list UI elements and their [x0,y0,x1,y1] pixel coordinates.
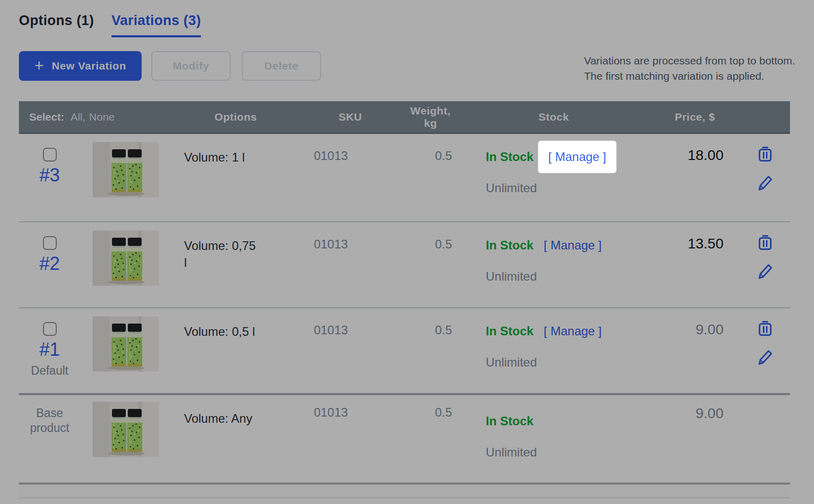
column-header-stock: Stock [456,111,636,123]
row-checkbox[interactable] [43,322,57,336]
row-checkbox[interactable] [43,236,57,250]
variation-price: 13.50 [636,222,728,307]
stock-quantity: Unlimited [486,269,636,284]
trash-icon[interactable] [757,234,773,251]
select-label: Select: [29,111,64,123]
select-all-link[interactable]: All [71,111,82,123]
plus-icon: + [34,57,44,74]
variation-sku: 01013 [287,134,374,221]
variation-weight: 0.5 [374,222,456,307]
trash-icon[interactable] [757,319,773,337]
manage-stock-link[interactable]: [ Manage ] [544,324,601,338]
stock-status: In Stock [486,324,533,338]
processing-note: Variations are processed from top to bot… [584,51,795,84]
stock-status: In Stock [486,150,533,164]
stock-quantity: Unlimited [486,445,636,460]
select-none-link[interactable]: None [89,111,115,123]
tab-variations[interactable]: Variations (3) [111,13,201,37]
select-separator: , [82,111,85,123]
column-header-options: Options [165,111,287,123]
variation-weight: 0.5 [374,134,456,221]
column-header-weight: Weight, kg [374,105,456,129]
variation-number-link[interactable]: #3 [39,166,60,185]
row-checkbox[interactable] [43,148,57,162]
variation-sku: 01013 [287,222,374,307]
variation-options: Volume: 1 l [184,149,261,166]
base-product-row: Base product Volume: Any 01013 0.5 In St… [19,393,790,483]
variation-weight: 0.5 [374,395,456,483]
processing-note-line1: Variations are processed from top to bot… [584,53,795,68]
trash-icon[interactable] [757,145,773,163]
variation-sku: 01013 [287,308,374,393]
stock-status: In Stock [486,238,533,253]
variation-row-3: #3 Volume: 1 l 01013 0.5 In Stock [ Mana… [19,134,790,221]
variation-row-2: #2 Volume: 0,75 l 01013 0.5 In Stock [ M… [19,221,790,307]
variation-weight: 0.5 [374,308,456,393]
pencil-icon[interactable] [757,349,773,366]
product-thumbnail[interactable] [93,142,159,197]
pencil-icon[interactable] [757,174,773,192]
column-header-sku: SKU [287,111,374,123]
variation-price: 9.00 [636,395,728,483]
variation-price: 18.00 [636,134,728,221]
manage-stock-link[interactable]: [ Manage ] [544,238,601,253]
manage-stock-link-spotlight[interactable]: [ Manage ] [538,141,616,173]
variation-number-link[interactable]: #2 [39,254,60,273]
variation-price: 9.00 [636,308,728,393]
table-footer [19,483,790,498]
variations-page: Options (1) Variations (3) + New Variati… [0,0,814,498]
variation-sku: 01013 [287,395,374,483]
new-variation-button[interactable]: + New Variation [19,51,142,81]
column-header-price: Price, $ [636,111,728,123]
stock-status: In Stock [486,414,533,428]
variation-options: Volume: Any [184,410,261,427]
select-controls: Select:All,None [19,111,165,123]
tabs-bar: Options (1) Variations (3) [19,13,795,37]
pencil-icon[interactable] [757,263,773,280]
product-thumbnail[interactable] [93,316,159,372]
modify-button[interactable]: Modify [151,51,231,81]
variation-row-1: #1 Default Volume: 0,5 l 01013 0.5 In St… [19,307,790,393]
table-header: Select:All,None Options SKU Weight, kg S… [19,101,790,134]
variation-number-link[interactable]: #1 [39,340,60,359]
stock-quantity: Unlimited [486,181,636,195]
product-thumbnail[interactable] [93,402,159,457]
default-badge: Default [31,364,69,378]
delete-button[interactable]: Delete [242,51,321,81]
new-variation-label: New Variation [52,60,126,72]
variation-options: Volume: 0,5 l [184,323,261,340]
base-product-label: Base product [19,395,80,483]
tab-options[interactable]: Options (1) [19,13,94,37]
product-thumbnail[interactable] [93,231,159,286]
toolbar: + New Variation Modify Delete Variations… [19,51,795,84]
stock-quantity: Unlimited [486,355,636,370]
variations-table: Select:All,None Options SKU Weight, kg S… [19,101,790,498]
variation-options: Volume: 0,75 l [184,237,261,271]
processing-note-line2: The first matching variation is applied. [584,68,795,84]
